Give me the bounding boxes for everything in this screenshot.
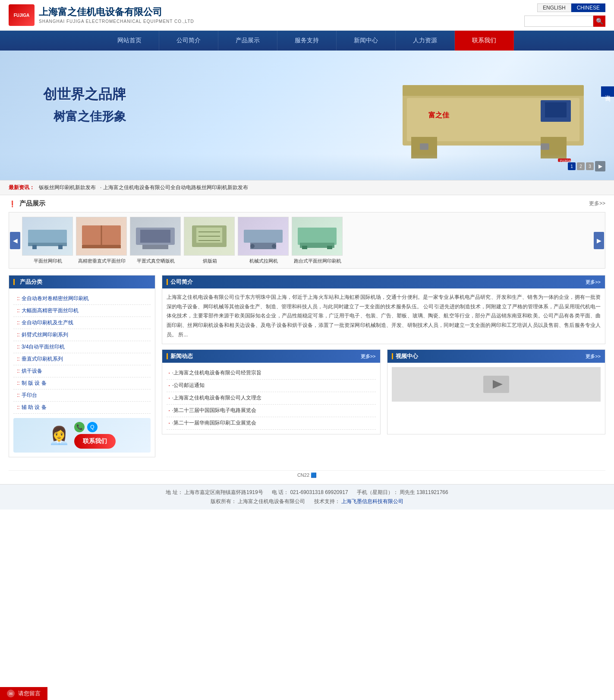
products-more-link[interactable]: 更多>> (589, 200, 605, 207)
product-img-2 (130, 217, 181, 256)
footer: 地 址： 上海市嘉定区南翔镇嘉怀路1919号 电 话： 021-69031318… (0, 484, 614, 510)
phone-icon: 📞 (74, 422, 85, 432)
product-item-5[interactable]: 跑台式平面丝网印刷机 (292, 217, 343, 264)
logo-en: SHANGHAI FUJIGA ELECTROMECHANICAL EQUIPM… (39, 19, 194, 24)
banner-dot-3[interactable]: 3 (586, 162, 594, 170)
person-icon: 👩‍💼 (48, 425, 70, 446)
svg-rect-2 (403, 85, 584, 96)
nav-item-news[interactable]: 新闻中心 (337, 31, 396, 51)
ticker-item-1[interactable]: 钣板丝网印刷机新款发布 (39, 184, 96, 191)
search-button[interactable]: 🔍 (593, 16, 605, 27)
tech-link[interactable]: 上海飞墨信息科技有限公司 (341, 498, 403, 504)
product-img-4 (238, 217, 289, 256)
news-more[interactable]: 更多>> (361, 353, 376, 360)
contact-btn[interactable]: 联系我们 (74, 434, 116, 449)
lang-bar: ENGLISH CHINESE (537, 3, 605, 12)
search-bar: 🔍 (524, 16, 605, 27)
news-item-3[interactable]: ·第二十三届中国国际电子电路展览会 (167, 405, 376, 417)
svg-text:富之佳: 富之佳 (428, 111, 450, 119)
banner-next-arrow[interactable]: ▶ (595, 161, 605, 171)
cat-item-4[interactable]: 3/4自动平面丝印机 (13, 341, 151, 353)
product-item-0[interactable]: 平面丝网印机 (22, 217, 74, 264)
carousel-arrow-left[interactable]: ◀ (10, 232, 20, 249)
svg-rect-15 (58, 245, 63, 249)
search-input[interactable] (524, 16, 593, 27)
banner-nav: 1 2 3 ▶ (568, 161, 605, 171)
cat-item-7[interactable]: 制 版 设 备 (13, 377, 151, 390)
categories-bar (13, 279, 15, 285)
cat-item-2[interactable]: 全自动印刷机及生产线 (13, 317, 151, 329)
company-more[interactable]: 更多>> (586, 279, 601, 285)
news-item-0[interactable]: ·上海富之佳机电设备有限公司经营宗旨 (167, 367, 376, 380)
cat-item-1[interactable]: 大幅面高精密平面丝印机 (13, 305, 151, 317)
products-section-header: ❗ 产品展示 更多>> (9, 200, 605, 208)
logo-area: FUJIGA 上海富之佳机电设备有限公司 SHANGHAI FUJIGA ELE… (9, 4, 194, 26)
product-name-1: 高精密垂直式平面丝印 (76, 258, 128, 264)
svg-rect-31 (298, 228, 337, 245)
news-item-2[interactable]: ·上海富之佳机电设备有限公司人文理念 (167, 392, 376, 405)
svg-rect-12 (28, 230, 67, 245)
banner-city (0, 154, 614, 180)
product-item-1[interactable]: 高精密垂直式平面丝印 (76, 217, 128, 264)
nav-item-service[interactable]: 服务支持 (277, 31, 337, 51)
mobile-label: 手机（星期日）： (357, 489, 398, 495)
products-grid: 平面丝网印机 高精密垂直式平面丝印 平置式真空晒版机 (22, 217, 592, 264)
lang-chinese-btn[interactable]: CHINESE (571, 3, 605, 12)
news-item-4[interactable]: ·第二十一届华南国际印刷工业展览会 (167, 417, 376, 430)
products-section: ❗ 产品展示 更多>> ◀ 平面丝网印机 高精密垂直式平面丝印 (9, 200, 605, 269)
cat-item-0[interactable]: 全自动卷对卷精密丝网印刷机 (13, 293, 151, 305)
company-bar (167, 279, 168, 285)
col-right-content: 公司简介 更多>> 上海富之佳机电设备有限公司位于东方明珠中国上海，邻近于上海火… (162, 275, 605, 464)
svg-point-29 (250, 244, 255, 248)
categories-box: 产品分类 全自动卷对卷精密丝网印刷机 大幅面高精密平面丝印机 全自动印刷机及生产… (9, 275, 155, 457)
nav-item-company[interactable]: 公司简介 (159, 31, 218, 51)
nav-item-products[interactable]: 产品展示 (218, 31, 277, 51)
ticker: 最新资讯： 钣板丝网印刷机新款发布 · 上海富之佳机电设备有限公司全自动电路板丝… (0, 180, 614, 195)
contact-icons: 📞 Q 联系我们 (74, 422, 116, 449)
company-box: 公司简介 更多>> 上海富之佳机电设备有限公司位于东方明珠中国上海，邻近于上海火… (162, 275, 605, 344)
svg-rect-8 (545, 102, 567, 117)
cat-item-8[interactable]: 手印台 (13, 390, 151, 402)
product-name-0: 平面丝网印机 (22, 258, 74, 264)
product-item-4[interactable]: 机械式拉网机 (238, 217, 290, 264)
logo-text: 上海富之佳机电设备有限公司 SHANGHAI FUJIGA ELECTROMEC… (39, 6, 194, 24)
lang-english-btn[interactable]: ENGLISH (537, 3, 571, 12)
video-bar (392, 353, 393, 359)
contact-image-area: 👩‍💼 📞 Q 联系我们 (13, 418, 151, 453)
qq-icon: Q (87, 422, 98, 432)
nav-item-home[interactable]: 网站首页 (100, 31, 159, 51)
footer-line1: 地 址： 上海市嘉定区南翔镇嘉怀路1919号 电 话： 021-69031318… (9, 489, 605, 496)
carousel-arrow-right[interactable]: ▶ (594, 232, 604, 249)
header: FUJIGA 上海富之佳机电设备有限公司 SHANGHAI FUJIGA ELE… (0, 0, 614, 31)
news-item-1[interactable]: ·公司邮运通知 (167, 380, 376, 392)
main-nav: 网站首页 公司简介 产品展示 服务支持 新闻中心 人力资源 联系我们 (0, 31, 614, 51)
cat-item-9[interactable]: 辅 助 设 备 (13, 402, 151, 414)
product-img-0 (22, 217, 73, 256)
address-value: 上海市嘉定区南翔镇嘉怀路1919号 (184, 489, 263, 495)
logo-icon: FUJIGA (9, 4, 35, 26)
banner: 创世界之品牌 树富之佳形象 富之佳 FUJIGA 1 2 3 ▶ (0, 51, 614, 180)
cat-item-5[interactable]: 垂直式印刷机系列 (13, 353, 151, 365)
logo-zh: 上海富之佳机电设备有限公司 (39, 6, 194, 19)
consult-button[interactable]: 咨询 (601, 86, 614, 97)
banner-slogan2: 树富之佳形象 (43, 108, 126, 125)
info-bar: CN22 🟦 (9, 470, 605, 480)
banner-dot-1[interactable]: 1 (568, 162, 576, 170)
video-more[interactable]: 更多>> (586, 353, 601, 360)
product-item-2[interactable]: 平置式真空晒版机 (130, 217, 182, 264)
categories-header: 产品分类 (9, 276, 155, 288)
banner-dot-2[interactable]: 2 (577, 162, 585, 170)
cat-item-3[interactable]: 斜臂式丝网印刷系列 (13, 329, 151, 341)
company-header: 公司简介 更多>> (162, 276, 605, 288)
nav-item-hr[interactable]: 人力资源 (396, 31, 455, 51)
nav-item-contact[interactable]: 联系我们 (455, 31, 514, 51)
mobile-value: 周先生 13811921766 (400, 489, 448, 495)
products-title: ❗ 产品展示 (9, 200, 45, 208)
ticker-item-2[interactable]: · 上海富之佳机电设备有限公司全自动电路板丝网印刷机新款发布 (100, 184, 248, 191)
svg-rect-6 (541, 143, 549, 150)
cat-item-6[interactable]: 烘干设备 (13, 365, 151, 377)
product-item-3[interactable]: 烘版箱 (184, 217, 236, 264)
news-bar (167, 353, 168, 359)
product-name-4: 机械式拉网机 (238, 258, 290, 264)
copyright-value: 上海富之佳机电设备有限公司 (238, 498, 305, 504)
